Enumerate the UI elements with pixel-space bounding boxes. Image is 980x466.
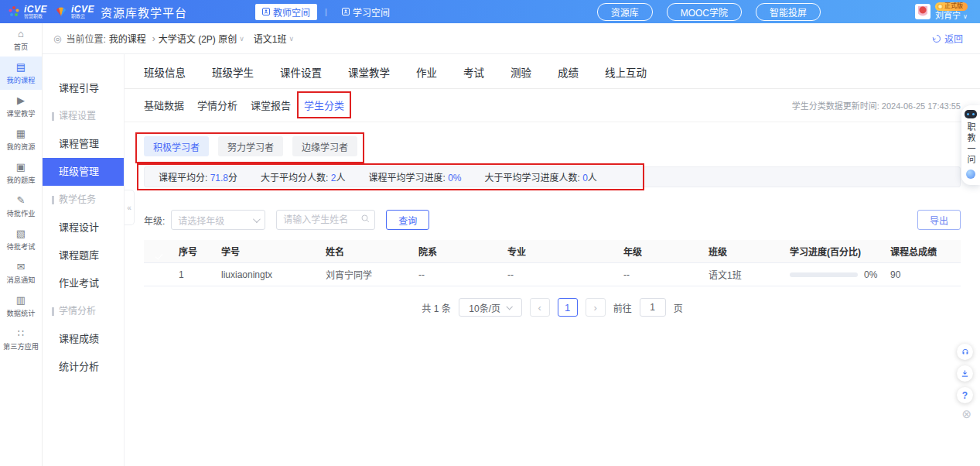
- subtab-basic-data[interactable]: 基础数据: [144, 98, 184, 112]
- sidebar-item-my-resources[interactable]: ▦ 我的资源: [0, 123, 42, 156]
- bank-icon: ▣: [16, 162, 26, 172]
- col-department: 院系: [418, 245, 507, 258]
- assistant-widget[interactable]: 职教一问: [961, 105, 980, 185]
- brand-subname: 智慧职教: [24, 14, 47, 19]
- prev-page-button[interactable]: ‹: [530, 298, 550, 317]
- homework-icon: ✎: [17, 195, 26, 205]
- user-avatar: [915, 4, 930, 19]
- submenu-item-homework-exam[interactable]: 作业考试: [43, 269, 124, 297]
- submenu-item-course-grades[interactable]: 课程成绩: [43, 325, 124, 353]
- sidebar-item-notifications[interactable]: ✉ 消息通知: [0, 256, 42, 290]
- mooc-college-button[interactable]: MOOC学院: [667, 3, 742, 21]
- data-update-time: 学生分类数据更新时间: 2024-06-25 17:43:55: [792, 99, 961, 111]
- sidebar-item-classroom-teaching[interactable]: ▶ 课堂教学: [0, 90, 42, 123]
- smart-cast-button[interactable]: 智能投屏: [756, 3, 821, 21]
- sidebar-item-my-courses[interactable]: ▤ 我的课程: [0, 57, 42, 90]
- subtab-class-report[interactable]: 课堂报告: [251, 98, 291, 112]
- cell-major: --: [507, 269, 623, 280]
- breadcrumb-course-select[interactable]: 大学语文 (2P) 原创 ∨: [159, 32, 244, 45]
- grade-select[interactable]: 请选择年级: [171, 210, 265, 230]
- tab-quiz[interactable]: 测验: [510, 64, 531, 80]
- sidebar-item-third-party[interactable]: ∷ 第三方应用: [0, 323, 42, 356]
- subtab-learning-analysis[interactable]: 学情分析: [197, 98, 237, 112]
- user-name: 刘宵宁 ∨: [935, 11, 968, 21]
- message-icon: ✉: [17, 262, 26, 272]
- pagination: 共 1 条 10条/页 ‹ 1 › 前往 页: [125, 298, 980, 317]
- col-student-id: 学号: [221, 245, 326, 258]
- space-switcher: 教师空间 | 学习空间: [255, 4, 397, 20]
- jump-page-input[interactable]: [640, 298, 666, 317]
- export-button[interactable]: 导出: [917, 210, 961, 230]
- cell-department: --: [418, 269, 507, 280]
- sidebar-item-question-bank[interactable]: ▣ 我的题库: [0, 156, 42, 190]
- library-icon: ▦: [16, 128, 26, 139]
- teacher-space-tab[interactable]: 教师空间: [255, 4, 317, 20]
- jump-suffix: 页: [674, 301, 683, 314]
- submenu-item-course-design[interactable]: 课程设计: [43, 214, 124, 242]
- customer-service-button[interactable]: [957, 344, 973, 360]
- cell-class: 语文1班: [709, 268, 790, 281]
- sidebar-item-pending-exams[interactable]: ▧ 待批考试: [0, 223, 42, 256]
- submenu-item-statistical-analysis[interactable]: 统计分析: [43, 353, 124, 381]
- per-page-select[interactable]: 10条/页: [459, 298, 522, 317]
- sidebar-item-pending-homework[interactable]: ✎ 待批作业: [0, 190, 42, 223]
- breadcrumb-label: 当前位置:: [66, 32, 105, 45]
- category-active-learners[interactable]: 积极学习者: [144, 136, 209, 156]
- tab-class-students[interactable]: 班级学生: [212, 64, 254, 80]
- col-grade: 年级: [623, 245, 709, 258]
- student-space-tab[interactable]: 学习空间: [335, 4, 397, 20]
- table-header-row: 序号 学号 姓名 院系 专业 年级 班级 学习进度(百分比) 课程总成绩: [144, 240, 961, 263]
- tab-homework[interactable]: 作业: [416, 64, 437, 80]
- cell-name: 刘宵宁同学: [326, 268, 418, 281]
- stat-above-average-count: 大于平均分人数: 2人: [261, 170, 345, 183]
- apps-grid-icon: ∷: [18, 328, 24, 338]
- submenu-item-course-management[interactable]: 课程管理: [43, 130, 124, 158]
- collapse-floats-button[interactable]: ⊗: [961, 408, 971, 420]
- download-button[interactable]: [957, 365, 973, 382]
- progress-value: 0%: [864, 269, 877, 280]
- sidebar-item-home[interactable]: ⌂ 首页: [0, 23, 42, 57]
- submenu-item-course-guide[interactable]: 课程引导: [43, 74, 124, 102]
- submenu-group-learning-analysis: 学情分析: [43, 297, 124, 325]
- col-name: 姓名: [326, 245, 418, 258]
- chevron-down-icon: ∨: [963, 13, 968, 20]
- tab-online-interaction[interactable]: 线上互动: [605, 64, 647, 80]
- subtab-student-classification[interactable]: 学生分类: [304, 98, 344, 112]
- submenu-item-class-management[interactable]: 班级管理: [43, 158, 124, 186]
- tab-exam[interactable]: 考试: [463, 64, 484, 80]
- back-button[interactable]: 返回: [932, 32, 963, 45]
- tab-classroom-teaching[interactable]: 课堂教学: [348, 64, 390, 80]
- breadcrumb-class-select[interactable]: 语文1班 ∨: [254, 32, 294, 45]
- submenu-item-course-question-bank[interactable]: 课程题库: [43, 242, 124, 269]
- breadcrumb-root[interactable]: 我的课程: [109, 32, 146, 45]
- next-page-button[interactable]: ›: [586, 298, 606, 317]
- sidebar-collapse-handle[interactable]: «: [125, 190, 135, 225]
- category-hardworking-learners[interactable]: 努力学习者: [218, 136, 283, 156]
- resource-library-button[interactable]: 资源库: [597, 3, 653, 21]
- tab-class-info[interactable]: 班级信息: [144, 64, 186, 80]
- filter-toolbar: 年级: 请选择年级 查询 导出: [144, 210, 961, 230]
- version-badge: 正式版: [935, 2, 968, 11]
- chevron-down-icon: ∨: [239, 35, 244, 43]
- sidebar-item-statistics[interactable]: ▥ 数据统计: [0, 290, 42, 323]
- assistant-label: 职教一问: [965, 122, 977, 166]
- tab-grades[interactable]: 成绩: [558, 64, 579, 80]
- tab-courseware-settings[interactable]: 课件设置: [280, 64, 322, 80]
- category-marginal-learners[interactable]: 边缘学习者: [292, 136, 357, 156]
- book-icon: ▤: [16, 62, 26, 72]
- student-name-input[interactable]: [276, 210, 375, 230]
- home-icon: ⌂: [18, 29, 24, 39]
- student-space-icon: [342, 8, 350, 15]
- collapse-icon: «: [127, 204, 131, 212]
- download-icon: [961, 369, 969, 378]
- progress-bar: [790, 272, 858, 277]
- analysis-subtabs: 基础数据 学情分析 课堂报告 学生分类 学生分类数据更新时间: 2024-06-…: [125, 89, 980, 122]
- user-menu[interactable]: 正式版 刘宵宁 ∨: [915, 2, 968, 21]
- page-number-button[interactable]: 1: [558, 298, 578, 317]
- query-button[interactable]: 查询: [386, 210, 429, 230]
- cell-seq: 1: [179, 269, 221, 280]
- col-progress: 学习进度(百分比): [790, 245, 890, 258]
- brand-name-2: iCVE: [71, 5, 94, 14]
- brand-name: iCVE: [24, 5, 47, 14]
- help-button[interactable]: ?: [957, 387, 973, 403]
